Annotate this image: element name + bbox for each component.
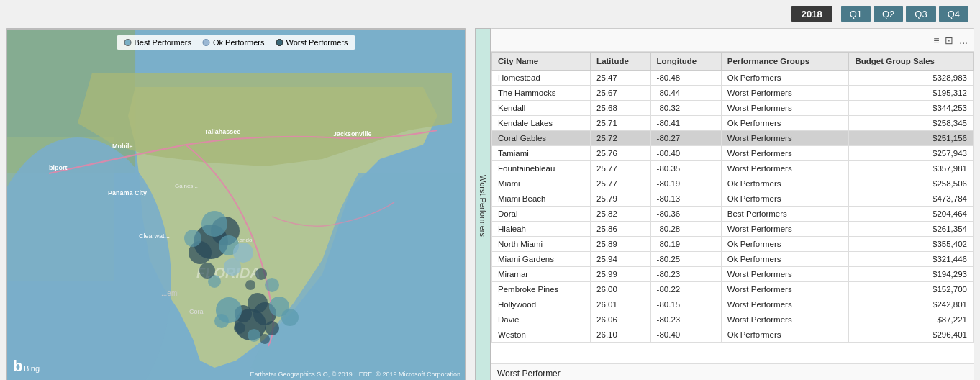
cell-lon: -80.25 — [650, 252, 721, 267]
table-row[interactable]: Fountainebleau25.77-80.35Worst Performer… — [492, 161, 974, 176]
expand-icon[interactable]: ⊡ — [945, 35, 953, 46]
cell-lon: -80.36 — [650, 207, 721, 222]
cell-sales: $321,446 — [849, 252, 974, 267]
table-row[interactable]: Coral Gables25.72-80.27Worst Performers$… — [492, 131, 974, 146]
cell-city: The Hammocks — [492, 86, 591, 101]
table-row[interactable]: Weston26.10-80.40Ok Performers$296,401 — [492, 327, 974, 343]
table-row[interactable]: Kendall25.68-80.32Worst Performers$344,2… — [492, 101, 974, 116]
worst-performers-dot — [276, 39, 283, 46]
svg-text:Tallahassee: Tallahassee — [204, 128, 240, 135]
svg-point-42 — [248, 329, 260, 342]
cell-group: Ok Performers — [721, 237, 849, 252]
cell-lon: -80.15 — [650, 297, 721, 312]
col-lon: Longitude — [650, 53, 721, 71]
table-row[interactable]: Doral25.82-80.36Best Performers$204,464 — [492, 207, 974, 222]
legend-ok-performers: Ok Performers — [203, 38, 265, 47]
cell-city: North Miami — [492, 237, 591, 252]
table-row[interactable]: Miami Beach25.79-80.13Ok Performers$473,… — [492, 191, 974, 207]
q4-button[interactable]: Q4 — [939, 6, 968, 22]
table-row[interactable]: Miramar25.99-80.23Worst Performers$194,2… — [492, 267, 974, 282]
svg-point-38 — [265, 278, 279, 292]
svg-point-43 — [260, 334, 270, 344]
svg-text:b: b — [13, 357, 22, 375]
table-row[interactable]: Hialeah25.86-80.28Worst Performers$261,3… — [492, 222, 974, 237]
cell-lat: 25.76 — [591, 146, 650, 161]
table-row[interactable]: Miami Gardens25.94-80.25Ok Performers$32… — [492, 252, 974, 267]
q3-button[interactable]: Q3 — [906, 6, 935, 22]
cell-group: Ok Performers — [721, 252, 849, 267]
worst-performer-footer: Worst Performer — [491, 363, 974, 380]
col-city: City Name — [492, 53, 591, 71]
cell-lon: -80.44 — [650, 86, 721, 101]
cell-group: Worst Performers — [721, 312, 849, 327]
lines-icon[interactable]: ≡ — [933, 35, 939, 46]
map-panel: Best Performers Ok Performers Worst Perf… — [6, 28, 466, 380]
cell-group: Worst Performers — [721, 297, 849, 312]
svg-text:...emi: ...emi — [161, 289, 178, 297]
table-row[interactable]: Pembroke Pines26.00-80.22Worst Performer… — [492, 282, 974, 297]
more-icon[interactable]: ... — [959, 35, 968, 46]
q2-button[interactable]: Q2 — [874, 6, 903, 22]
table-row[interactable]: North Miami25.89-80.19Ok Performers$355,… — [492, 237, 974, 252]
legend-worst-label: Worst Performers — [286, 38, 348, 47]
cell-sales: $355,402 — [849, 237, 974, 252]
svg-text:Bing: Bing — [24, 364, 40, 373]
cell-group: Best Performers — [721, 207, 849, 222]
table-container[interactable]: City Name Latitude Longitude Performance… — [491, 52, 974, 363]
cell-lat: 25.68 — [591, 101, 650, 116]
svg-point-39 — [245, 280, 255, 290]
year-badge: 2018 — [791, 6, 832, 22]
cell-city: Miami Beach — [492, 191, 591, 207]
cell-city: Davie — [492, 312, 591, 327]
ok-performers-dot — [203, 39, 210, 46]
cell-sales: $87,221 — [849, 312, 974, 327]
cell-lat: 25.77 — [591, 161, 650, 176]
svg-point-23 — [265, 321, 279, 335]
cell-lat: 25.72 — [591, 131, 650, 146]
table-panel-icons: ≡ ⊡ ... — [933, 35, 968, 46]
cell-lon: -80.23 — [650, 267, 721, 282]
cell-sales: $204,464 — [849, 207, 974, 222]
cell-city: Hollywood — [492, 297, 591, 312]
cell-lat: 25.67 — [591, 86, 650, 101]
table-row[interactable]: Miami25.77-80.19Ok Performers$258,506 — [492, 176, 974, 191]
cell-lon: -80.48 — [650, 71, 721, 86]
cell-lat: 25.99 — [591, 267, 650, 282]
svg-text:Jacksonville: Jacksonville — [333, 130, 371, 137]
legend-ok-label: Ok Performers — [213, 38, 265, 47]
q1-button[interactable]: Q1 — [841, 6, 871, 22]
table-row[interactable]: Davie26.06-80.23Worst Performers$87,221 — [492, 312, 974, 327]
map-legend: Best Performers Ok Performers Worst Perf… — [117, 35, 355, 50]
cell-group: Worst Performers — [721, 101, 849, 116]
cell-group: Ok Performers — [721, 71, 849, 86]
table-row[interactable]: Homestead25.47-80.48Ok Performers$328,98… — [492, 71, 974, 86]
table-row[interactable]: Tamiami25.76-80.40Worst Performers$257,9… — [492, 146, 974, 161]
table-panel: ≡ ⊡ ... City Name Latitude Longitude Per… — [491, 28, 974, 380]
svg-point-34 — [201, 211, 227, 237]
cell-city: Tamiami — [492, 146, 591, 161]
cell-group: Worst Performers — [721, 267, 849, 282]
svg-text:Mobile: Mobile — [112, 142, 132, 150]
svg-text:Gaines...: Gaines... — [175, 183, 198, 189]
cell-lon: -80.41 — [650, 116, 721, 131]
svg-point-41 — [199, 263, 215, 279]
svg-point-37 — [255, 268, 267, 280]
table-row[interactable]: Kendale Lakes25.71-80.41Ok Performers$25… — [492, 116, 974, 131]
worst-performers-sidebar: Worst Performers — [475, 28, 491, 380]
cell-lon: -80.13 — [650, 191, 721, 207]
cell-group: Ok Performers — [721, 176, 849, 191]
svg-point-28 — [214, 314, 229, 328]
svg-text:Panama City: Panama City — [108, 189, 147, 196]
main-content: Best Performers Ok Performers Worst Perf… — [0, 28, 980, 380]
cell-sales: $258,506 — [849, 176, 974, 191]
table-row[interactable]: Hollywood26.01-80.15Worst Performers$242… — [492, 297, 974, 312]
cell-group: Ok Performers — [721, 116, 849, 131]
cell-city: Kendale Lakes — [492, 116, 591, 131]
svg-point-22 — [248, 293, 268, 313]
cell-sales: $261,354 — [849, 222, 974, 237]
cell-lat: 26.06 — [591, 312, 650, 327]
table-row[interactable]: The Hammocks25.67-80.44Worst Performers$… — [492, 86, 974, 101]
cell-city: Doral — [492, 207, 591, 222]
svg-text:Coral: Coral — [189, 308, 204, 315]
cell-city: Fountainebleau — [492, 161, 591, 176]
